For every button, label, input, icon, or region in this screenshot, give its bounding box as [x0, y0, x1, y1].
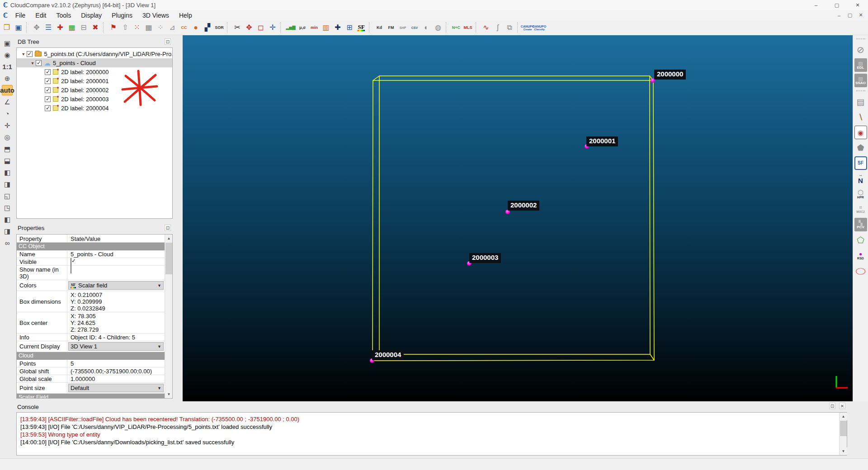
point-list-picking-icon[interactable]: ⇧: [119, 22, 131, 33]
checkbox[interactable]: [45, 78, 51, 84]
noise-filter-icon[interactable]: ⁙: [131, 22, 143, 33]
menu-3d-views[interactable]: 3D Views: [137, 10, 174, 20]
checkbox[interactable]: [36, 60, 42, 66]
global-zoom-icon[interactable]: ⊕: [2, 73, 13, 84]
facets-icon[interactable]: ⬠: [854, 233, 867, 247]
tree-item-label[interactable]: 2D label: 2000003: [17, 94, 172, 103]
calculator-icon[interactable]: ⊞: [344, 22, 355, 33]
csv-file-icon[interactable]: CSV: [409, 22, 420, 33]
shp-file-icon[interactable]: SHP: [397, 22, 409, 33]
level-icon[interactable]: ✛: [267, 22, 278, 33]
checkbox[interactable]: [45, 96, 51, 102]
compute-mesh-icon[interactable]: ▦: [143, 22, 155, 33]
checkbox[interactable]: [45, 105, 51, 111]
polyline-trace-icon[interactable]: ∿: [480, 22, 492, 33]
sample-points-icon[interactable]: ⁘: [155, 22, 166, 33]
normals-arrow-icon[interactable]: →N: [854, 172, 867, 185]
tree-item-label[interactable]: 2D label: 2000004: [17, 103, 172, 113]
point-label-2000003[interactable]: 2000003: [469, 253, 501, 263]
display-settings-icon[interactable]: ▣: [2, 38, 13, 48]
show-name-checkbox[interactable]: [71, 266, 71, 273]
segment-scissors-icon[interactable]: ✂: [231, 22, 243, 33]
cc-align-icon[interactable]: CC: [178, 22, 190, 33]
sor-filter-icon[interactable]: SOR: [213, 22, 225, 33]
hpr-icon[interactable]: ⬡HPR: [854, 187, 867, 201]
pivot-visibility-icon[interactable]: ✛: [2, 120, 13, 131]
view-back-icon[interactable]: ◨: [2, 179, 13, 189]
toolbar-handle[interactable]: [856, 38, 865, 41]
kd-tree-icon[interactable]: Kd: [373, 22, 385, 33]
visible-checkbox[interactable]: [71, 258, 71, 266]
fine-registration-icon[interactable]: ●: [190, 22, 202, 33]
view-left-icon[interactable]: ◱: [2, 191, 13, 201]
menu-edit[interactable]: Edit: [30, 10, 51, 20]
close-panel-icon[interactable]: ✕: [839, 403, 845, 409]
statistics-icon[interactable]: μ,σ: [297, 22, 308, 33]
apply-transformation-icon[interactable]: ✥: [31, 22, 42, 33]
sphere-icon[interactable]: ◐: [420, 22, 432, 33]
translate-rotate-icon[interactable]: ✥: [243, 22, 255, 33]
canupo-classify-icon[interactable]: CANUPOClassify: [533, 22, 545, 33]
clean-broom-icon[interactable]: ∖: [854, 110, 867, 124]
minimize-button[interactable]: –: [806, 0, 826, 10]
point-size-dropdown[interactable]: Default ▼: [68, 384, 164, 392]
point-label-2000004[interactable]: 2000004: [372, 350, 404, 360]
scroll-down-icon[interactable]: ▼: [165, 390, 173, 398]
scroll-down-icon[interactable]: ▼: [840, 447, 847, 455]
animation-icon[interactable]: ▤: [854, 95, 867, 108]
menu-tools[interactable]: Tools: [51, 10, 76, 20]
expander-icon[interactable]: ▾: [20, 52, 27, 56]
m3c2-icon[interactable]: ⌗M3C2: [854, 202, 867, 216]
globe-icon[interactable]: ◍: [432, 22, 444, 33]
mls-icon[interactable]: MLS: [462, 22, 474, 33]
checkbox[interactable]: [45, 87, 51, 93]
delete-icon[interactable]: ✖: [90, 22, 101, 33]
scrollbar-thumb[interactable]: [840, 421, 847, 436]
sf-filter-icon[interactable]: ▥: [320, 22, 332, 33]
float-panel-icon[interactable]: ⊡: [165, 225, 171, 231]
sf-arithmetic-icon[interactable]: ✚: [332, 22, 344, 33]
clone-icon[interactable]: ⊟: [78, 22, 90, 33]
scroll-up-icon[interactable]: ▲: [840, 413, 847, 420]
normals-plus-colors-icon[interactable]: N+C: [450, 22, 462, 33]
unroll-icon[interactable]: ⧉: [504, 22, 515, 33]
toolbar-handle[interactable]: [856, 90, 865, 93]
auto-pick-center-toggle[interactable]: auto: [2, 85, 13, 95]
point-label-2000001[interactable]: 2000001: [586, 136, 618, 146]
compute-normals-icon[interactable]: ⊿: [166, 22, 178, 33]
ssao-filter-icon[interactable]: ▨SSAO: [854, 74, 867, 87]
compass-icon[interactable]: ◉: [854, 126, 867, 139]
point-picking-icon[interactable]: ⚑: [108, 22, 119, 33]
pcv-icon[interactable]: ▚PCV: [854, 218, 867, 231]
csf-filter-icon[interactable]: SF: [854, 156, 867, 170]
menu-plugins[interactable]: Plugins: [107, 10, 137, 20]
fm-registration-icon[interactable]: FM: [385, 22, 397, 33]
stereo-view-icon[interactable]: ∞: [2, 238, 13, 248]
cross-section-icon[interactable]: ◻: [255, 22, 267, 33]
edl-filter-icon[interactable]: ▨EDL: [854, 58, 867, 72]
min-max-sf-icon[interactable]: min: [308, 22, 320, 33]
mdi-minimize-button[interactable]: –: [834, 10, 844, 20]
point-label-2000000[interactable]: 2000000: [654, 70, 686, 80]
maximize-button[interactable]: ▢: [826, 0, 847, 10]
tree-item-label[interactable]: 2D label: 2000002: [17, 85, 172, 94]
view-top-icon[interactable]: ⬒: [2, 144, 13, 154]
menu-file[interactable]: File: [10, 10, 31, 20]
add-scalar-field-icon[interactable]: ✚: [54, 22, 66, 33]
save-icon[interactable]: ▣: [13, 22, 24, 33]
fov-icon[interactable]: ∠: [2, 97, 13, 107]
mdi-child-icon[interactable]: ℂ: [3, 12, 8, 19]
histogram-icon[interactable]: ▂▅▇: [285, 22, 297, 33]
gl-filter-disable-icon[interactable]: ⊘: [854, 43, 867, 56]
point-label-2000002[interactable]: 2000002: [508, 201, 539, 211]
view-front-camera-icon[interactable]: ◧: [2, 214, 13, 225]
console-scrollbar[interactable]: ▲ ▼: [839, 413, 847, 455]
view-right-icon[interactable]: ◳: [2, 202, 13, 213]
scroll-up-icon[interactable]: ▲: [165, 235, 173, 242]
checkbox[interactable]: [45, 69, 51, 75]
set-colors-icon[interactable]: ▦: [66, 22, 78, 33]
mdi-restore-button[interactable]: ▢: [844, 10, 855, 20]
canupo-create-icon[interactable]: CANUPOCreate: [522, 22, 533, 33]
scrollbar-thumb[interactable]: [165, 243, 172, 274]
properties-scrollbar[interactable]: ▲ ▼: [165, 235, 172, 398]
